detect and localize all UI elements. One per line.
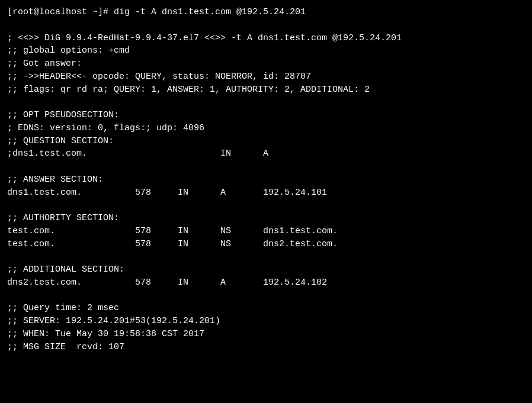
terminal-line-23: ;; SERVER: 192.5.24.201#53(192.5.24.201) <box>7 315 525 328</box>
terminal-output: ; <<>> DiG 9.9.4-RedHat-9.9.4-37.el7 <<>… <box>7 19 525 354</box>
terminal-line-25: ;; MSG SIZE rcvd: 107 <box>7 341 525 354</box>
terminal-line-10: ;dns1.test.com. IN A <box>7 147 525 160</box>
terminal-line-20: dns2.test.com. 578 IN A 192.5.24.102 <box>7 276 525 289</box>
terminal-line-7: ;; OPT PSEUDOSECTION: <box>7 109 525 122</box>
terminal-line-11 <box>7 160 525 173</box>
terminal-line-18 <box>7 250 525 263</box>
terminal-line-15: ;; AUTHORITY SECTION: <box>7 212 525 225</box>
terminal-line-0 <box>7 19 525 32</box>
terminal-line-2: ;; global options: +cmd <box>7 44 525 57</box>
terminal-window: [root@localhost ~]# dig -t A dns1.test.c… <box>7 6 525 403</box>
prompt-line: [root@localhost ~]# dig -t A dns1.test.c… <box>7 6 525 19</box>
terminal-line-5: ;; flags: qr rd ra; QUERY: 1, ANSWER: 1,… <box>7 83 525 96</box>
terminal-line-17: test.com. 578 IN NS dns2.test.com. <box>7 238 525 251</box>
terminal-line-24: ;; WHEN: Tue May 30 19:58:38 CST 2017 <box>7 328 525 341</box>
terminal-line-12: ;; ANSWER SECTION: <box>7 173 525 186</box>
terminal-line-16: test.com. 578 IN NS dns1.test.com. <box>7 225 525 238</box>
terminal-line-6 <box>7 96 525 109</box>
terminal-line-13: dns1.test.com. 578 IN A 192.5.24.101 <box>7 186 525 199</box>
terminal-line-9: ;; QUESTION SECTION: <box>7 135 525 148</box>
terminal-line-8: ; EDNS: version: 0, flags:; udp: 4096 <box>7 122 525 135</box>
terminal-line-14 <box>7 199 525 212</box>
terminal-line-1: ; <<>> DiG 9.9.4-RedHat-9.9.4-37.el7 <<>… <box>7 32 525 45</box>
terminal-line-19: ;; ADDITIONAL SECTION: <box>7 263 525 276</box>
terminal-line-4: ;; ->>HEADER<<- opcode: QUERY, status: N… <box>7 70 525 83</box>
terminal-line-21 <box>7 289 525 302</box>
terminal-line-22: ;; Query time: 2 msec <box>7 302 525 315</box>
terminal-line-3: ;; Got answer: <box>7 57 525 70</box>
